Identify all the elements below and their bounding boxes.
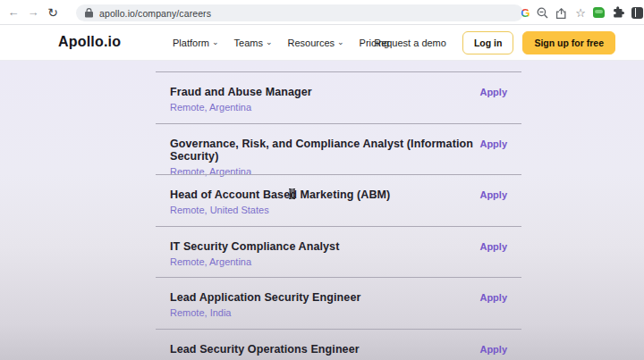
bookmark-star-icon[interactable]: ☆ [575, 6, 586, 20]
apply-link[interactable]: Apply [479, 138, 507, 149]
reload-icon[interactable]: ↻ [43, 0, 63, 25]
menu-item-label: Teams [234, 38, 263, 48]
extensions-puzzle-icon[interactable] [612, 6, 624, 19]
menu-item-label: Platform [173, 38, 209, 48]
careers-page-body: Fraud and Abuse Manager Remote, Argentin… [0, 61, 644, 360]
chevron-down-icon: ⌄ [212, 38, 219, 46]
job-row: Head of Account Based Marketing (ABM) Re… [156, 174, 521, 226]
forward-icon[interactable]: → [23, 0, 43, 25]
job-location: Remote, Argentina [170, 102, 507, 113]
request-demo-link[interactable]: Request a demo [374, 38, 446, 48]
side-panel-icon[interactable] [631, 7, 643, 19]
job-title: Fraud and Abuse Manager [170, 86, 507, 98]
job-title: Lead Security Operations Engineer [170, 343, 507, 356]
job-row: Fraud and Abuse Manager Remote, Argentin… [156, 71, 521, 123]
login-button[interactable]: Log in [462, 31, 514, 54]
apollo-logo[interactable]: Apollo.io [58, 34, 121, 50]
extension-green-icon[interactable] [593, 7, 605, 18]
address-bar[interactable]: apollo.io/company/careers [76, 4, 523, 21]
job-row: Lead Security Operations Engineer Remote… [156, 329, 521, 360]
header-actions: Request a demo Log in Sign up for free [374, 25, 615, 61]
job-title: IT Security Compliance Analyst [170, 240, 507, 253]
apply-link[interactable]: Apply [479, 189, 507, 200]
job-title: Head of Account Based Marketing (ABM) [170, 188, 507, 201]
url-text: apollo.io/company/careers [99, 8, 211, 19]
menu-item-teams[interactable]: Teams ⌄ [234, 38, 273, 48]
chevron-down-icon: ⌄ [266, 38, 273, 46]
job-title: Governance, Risk, and Compliance Analyst… [170, 138, 507, 163]
job-location: Remote, Argentina [170, 256, 507, 267]
lock-icon [85, 8, 93, 18]
chevron-down-icon: ⌄ [337, 38, 344, 46]
back-icon[interactable]: ← [4, 0, 23, 25]
site-header: Apollo.io Platform ⌄ Teams ⌄ Resources ⌄… [0, 25, 644, 61]
job-row: Lead Application Security Engineer Remot… [156, 277, 521, 329]
menu-item-label: Resources [287, 38, 335, 48]
job-list: Fraud and Abuse Manager Remote, Argentin… [156, 71, 521, 360]
share-icon[interactable] [555, 7, 568, 19]
job-location: Remote, United States [170, 205, 507, 215]
main-menu: Platform ⌄ Teams ⌄ Resources ⌄ Pricing [173, 25, 389, 61]
toolbar-actions: G ☆ [521, 0, 644, 25]
browser-toolbar: ← → ↻ apollo.io/company/careers G ☆ [0, 0, 644, 25]
job-location: Remote, India [170, 307, 507, 318]
apply-link[interactable]: Apply [479, 87, 507, 97]
menu-item-resources[interactable]: Resources ⌄ [287, 38, 343, 48]
apply-link[interactable]: Apply [479, 241, 507, 252]
apply-link[interactable]: Apply [479, 344, 507, 355]
google-icon[interactable]: G [521, 6, 530, 20]
signup-button[interactable]: Sign up for free [522, 31, 615, 54]
job-title: Lead Application Security Engineer [170, 291, 507, 304]
zoom-out-icon[interactable] [537, 7, 548, 19]
menu-item-platform[interactable]: Platform ⌄ [173, 38, 219, 48]
job-row: Governance, Risk, and Compliance Analyst… [156, 123, 521, 175]
job-row: IT Security Compliance Analyst Remote, A… [156, 226, 521, 278]
apply-link[interactable]: Apply [479, 292, 507, 303]
